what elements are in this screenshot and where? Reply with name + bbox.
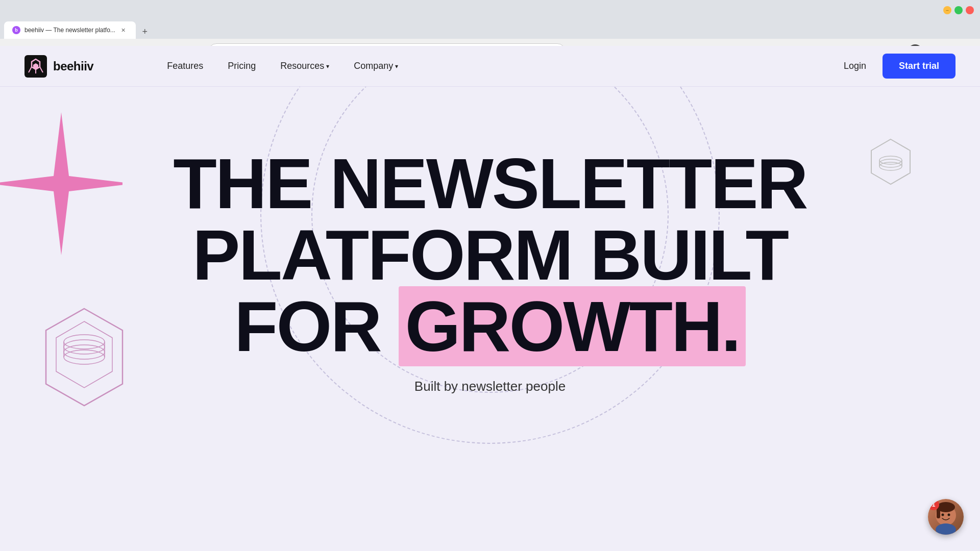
nav-actions: Login Start trial [836,54,955,79]
close-button[interactable] [966,6,974,14]
tab-favicon: b [12,26,20,34]
tab-title: beehiiv — The newsletter platfo... [24,27,115,34]
nav-links: Features Pricing Resources ▾ Company ▾ [155,57,836,76]
login-button[interactable]: Login [836,57,874,76]
nav-resources[interactable]: Resources ▾ [268,57,341,76]
minimize-button[interactable]: – [943,6,951,14]
new-tab-button[interactable]: + [138,24,152,39]
logo-link[interactable]: beehiiv [24,55,93,78]
restore-button[interactable] [954,6,963,14]
navbar: beehiiv Features Pricing Resources ▾ Com… [0,46,980,87]
website-content: beehiiv Features Pricing Resources ▾ Com… [0,46,980,444]
hero-subtext: Built by newsletter people [24,379,955,394]
browser-chrome: – b beehiiv — The newsletter platfo... ✕… [0,0,980,46]
hero-headline-line1: THE NEWSLETTER [24,148,955,219]
hero-headline-line2: PLATFORM BUILT [24,219,955,291]
hero-headline-line3: FOR GROWTH. [24,291,955,362]
start-trial-button[interactable]: Start trial [883,54,955,79]
nav-features[interactable]: Features [155,57,215,76]
active-tab[interactable]: b beehiiv — The newsletter platfo... ✕ [4,21,136,39]
browser-tab-area: b beehiiv — The newsletter platfo... ✕ + [0,20,980,39]
hero-section: THE NEWSLETTER PLATFORM BUILT FOR GROWTH… [0,87,980,444]
nav-pricing[interactable]: Pricing [215,57,268,76]
company-chevron-icon: ▾ [395,63,398,70]
hero-highlight: GROWTH. [399,286,746,366]
resources-chevron-icon: ▾ [326,63,329,70]
hero-content: THE NEWSLETTER PLATFORM BUILT FOR GROWTH… [24,107,955,394]
nav-company[interactable]: Company ▾ [341,57,410,76]
logo-text: beehiiv [53,59,93,73]
tab-close-button[interactable]: ✕ [119,26,128,34]
logo-icon [24,55,47,78]
browser-titlebar: – [0,0,980,20]
